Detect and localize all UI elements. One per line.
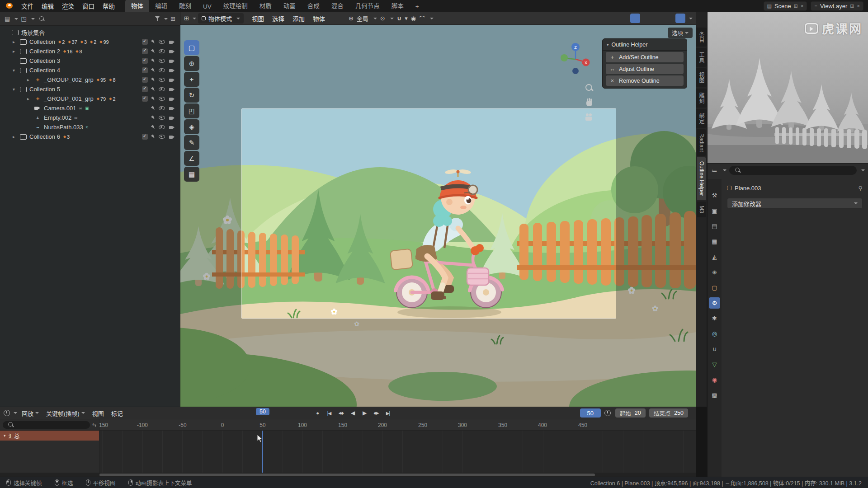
outliner-row[interactable]: _GROUP_002_grp 95 8 (0, 75, 180, 84)
tool-button[interactable] (184, 72, 199, 87)
properties-tab[interactable] (709, 190, 720, 201)
outliner-display-mode-icon[interactable]: ◳ (20, 15, 27, 22)
blender-logo-icon[interactable] (5, 2, 14, 10)
outliner-row[interactable]: Empty.002 (0, 113, 180, 122)
tool-button[interactable] (184, 167, 199, 182)
workspace-tab[interactable]: 雕刻 (173, 0, 197, 12)
selectable-toggle-icon[interactable] (151, 77, 156, 82)
sidebar-tab[interactable]: 雕刻 (696, 89, 707, 108)
frame-end-field[interactable]: 结束点 250 (649, 408, 688, 418)
timeline-menu-item[interactable]: 关键帧(插帧) (42, 409, 89, 418)
workspace-tab[interactable]: 混合 (326, 0, 349, 12)
workspace-tab[interactable]: 材质 (254, 0, 278, 12)
playback-sync-icon[interactable] (604, 410, 611, 416)
selectable-toggle-icon[interactable] (151, 125, 156, 130)
exclude-checkbox[interactable] (142, 86, 148, 92)
menu-item[interactable]: 编辑 (38, 1, 58, 10)
hide-viewport-toggle-icon[interactable] (159, 78, 165, 82)
properties-editor-caret[interactable] (723, 169, 726, 171)
options-dropdown[interactable]: 选项 (668, 28, 693, 38)
properties-tab[interactable] (709, 297, 720, 309)
sidebar-tab[interactable]: 绑定 (696, 109, 707, 128)
snap-magnet-icon[interactable]: ∪ (397, 15, 402, 22)
sidebar-tab[interactable]: 条目 (696, 28, 707, 47)
viewport-toggle-icon[interactable] (675, 14, 685, 23)
expand-arrow[interactable] (13, 39, 19, 44)
exclude-checkbox[interactable] (142, 48, 148, 54)
add-modifier-dropdown[interactable]: 添加修改器 (727, 198, 863, 209)
selectable-toggle-icon[interactable] (151, 39, 156, 44)
properties-tab[interactable] (709, 221, 720, 232)
filter-icon[interactable] (155, 16, 160, 22)
workspace-tab[interactable]: 动画 (278, 0, 302, 12)
workspace-tab[interactable]: UV (197, 1, 217, 12)
viewport-editor-caret[interactable] (193, 18, 196, 19)
timeline-menu-item[interactable]: 标记 (108, 409, 127, 418)
selectable-toggle-icon[interactable] (151, 106, 156, 111)
menu-item[interactable]: 文件 (17, 1, 38, 10)
outliner-row[interactable]: Camera.001 (0, 103, 180, 113)
current-frame-field[interactable]: 50 (580, 408, 601, 418)
pivot-caret[interactable] (390, 18, 394, 19)
hide-viewport-toggle-icon[interactable] (159, 68, 165, 72)
preview-viewport[interactable]: 虎课网 (708, 12, 868, 163)
viewport-menu-item[interactable]: 选择 (269, 14, 288, 23)
disable-render-toggle-icon[interactable] (169, 125, 175, 130)
exclude-checkbox[interactable] (142, 67, 148, 73)
disable-render-toggle-icon[interactable] (169, 116, 175, 120)
menu-item[interactable]: 渲染 (58, 1, 78, 10)
tool-button[interactable] (184, 56, 199, 71)
tool-button[interactable] (184, 88, 199, 103)
exclude-checkbox[interactable] (142, 39, 148, 45)
viewport-toggle-icon[interactable] (619, 14, 629, 23)
hide-viewport-toggle-icon[interactable] (159, 87, 165, 91)
mode-dropdown[interactable]: 物体模式 (198, 13, 244, 23)
zoom-tool-icon[interactable] (584, 83, 595, 94)
transport-button[interactable] (312, 408, 323, 418)
selectable-toggle-icon[interactable] (151, 49, 156, 54)
tool-button[interactable] (184, 151, 199, 166)
tool-button[interactable] (184, 135, 199, 150)
summary-channel-row[interactable]: ▾ 汇总 (0, 431, 99, 441)
sidebar-tab[interactable]: 工具 (696, 48, 707, 67)
workspace-tab[interactable]: 脚本 (386, 0, 410, 12)
outliner-row[interactable]: Collection 3 (0, 56, 180, 66)
selectable-toggle-icon[interactable] (151, 87, 156, 92)
properties-search-input[interactable] (729, 166, 857, 175)
outline-helper-button[interactable]: Remove Outline (606, 75, 684, 86)
expand-arrow[interactable] (27, 77, 34, 82)
outliner-row[interactable]: Collection 2 16 8 (0, 47, 180, 56)
display-mode-caret[interactable] (31, 18, 35, 20)
expand-arrow[interactable] (13, 87, 19, 92)
exclude-checkbox[interactable] (142, 58, 148, 64)
viewport-toggle-icon[interactable] (630, 14, 640, 23)
outliner-row[interactable]: Collection 4 (0, 66, 180, 75)
timeline-scrollbar[interactable] (0, 473, 696, 477)
outliner-row[interactable]: NurbsPath.033 (0, 122, 180, 132)
workspace-tab[interactable]: 物体 (125, 0, 149, 12)
outliner-row[interactable]: 场景集合 (0, 28, 180, 37)
expand-arrow[interactable] (13, 68, 19, 73)
outliner-row[interactable]: _GROUP_001_grp 79 2 (0, 94, 180, 103)
scrollbar-thumb[interactable] (99, 474, 595, 476)
sidebar-tab[interactable]: Radiant (697, 129, 706, 156)
properties-tab[interactable] (709, 389, 720, 401)
outliner-row[interactable]: Collection 6 3 (0, 132, 180, 141)
menu-item[interactable]: 窗口 (78, 1, 99, 10)
exclude-checkbox[interactable] (142, 96, 148, 102)
hide-viewport-toggle-icon[interactable] (159, 40, 165, 44)
search-icon[interactable] (39, 16, 45, 22)
hide-viewport-toggle-icon[interactable] (159, 125, 165, 129)
pivot-point-icon[interactable]: ⊙ (380, 15, 385, 22)
scene-selector[interactable]: ▤ Scene ⊞ × (764, 1, 807, 11)
hide-viewport-toggle-icon[interactable] (159, 97, 165, 101)
sidebar-tab[interactable]: M3 (697, 202, 706, 217)
properties-tab[interactable] (709, 267, 720, 278)
expand-arrow[interactable] (13, 49, 19, 54)
disable-render-toggle-icon[interactable] (169, 78, 175, 82)
editor-type-caret[interactable] (14, 18, 18, 20)
selectable-toggle-icon[interactable] (151, 115, 156, 120)
properties-editor-type-icon[interactable]: ≔ (711, 167, 718, 174)
properties-tab[interactable] (709, 343, 720, 355)
disable-render-toggle-icon[interactable] (169, 59, 175, 63)
